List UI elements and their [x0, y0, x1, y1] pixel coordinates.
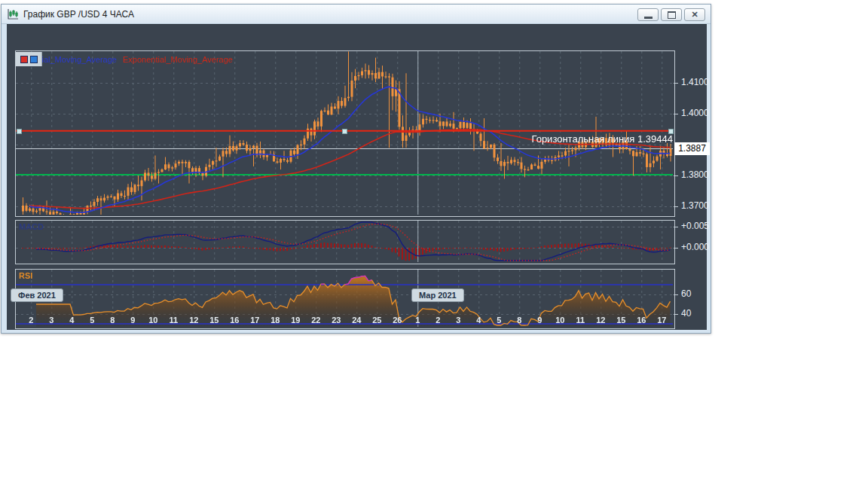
x-axis-day-label: 15: [612, 316, 630, 325]
main-chart-panel: Exponential_Moving_Average Exponential_M…: [15, 50, 675, 217]
x-axis-day-label: 12: [591, 316, 610, 325]
rsi-axis-label: 60: [681, 288, 691, 299]
current-price-box: 1.3887: [674, 142, 710, 155]
price-axis-tick: [674, 83, 678, 84]
window-titlebar[interactable]: График GBP /USD 4 ЧАСА ✕: [2, 5, 711, 24]
restore-icon: [668, 11, 676, 19]
rsi-axis-tick: [674, 314, 678, 315]
price-axis-label: 1.3800: [681, 169, 709, 180]
x-axis-day-label: 11: [164, 316, 182, 325]
desktop: График GBP /USD 4 ЧАСА ✕ Exponential_Mov…: [0, 0, 868, 488]
macd-panel: MACD: [15, 220, 675, 264]
window-controls: ✕: [635, 8, 705, 21]
rsi-axis-tick: [674, 294, 678, 295]
x-axis-day-label: 25: [368, 316, 386, 325]
x-axis-day-label: 19: [286, 316, 304, 325]
x-axis-day-label: 2: [429, 316, 447, 325]
ema-slow-swatch[interactable]: [20, 56, 28, 63]
candlestick-chart-icon: [7, 8, 19, 20]
price-axis-tick: [674, 175, 678, 176]
x-axis-day-label: 3: [449, 316, 467, 325]
x-axis-day-label: 1: [408, 316, 426, 325]
horizontal-line-tooltip: Горизонтальная линия 1.39444: [531, 133, 673, 145]
x-axis-day-label: 10: [551, 316, 569, 325]
hline-handle-left[interactable]: [17, 129, 22, 134]
x-axis-day-label: 26: [388, 316, 406, 325]
window-title: График GBP /USD 4 ЧАСА: [23, 9, 134, 20]
minimize-button[interactable]: [637, 8, 659, 21]
macd-axis-label: +0.000: [681, 242, 709, 252]
minimize-icon: [644, 17, 653, 19]
macd-axis-tick: [674, 227, 678, 227]
x-axis-day-label: 11: [571, 316, 589, 325]
x-axis-day-label: 4: [63, 316, 81, 325]
macd-axis-label: +0.005: [681, 221, 709, 231]
indicator-swatch-buttons: [16, 52, 42, 66]
price-axis-label: 1.3700: [681, 200, 709, 211]
x-axis-day-label: 17: [246, 316, 264, 325]
x-axis-day-label: 3: [42, 316, 60, 325]
month-tab-feb: Фев 2021: [11, 288, 63, 302]
price-axis-tick: [674, 206, 678, 207]
chart-window: График GBP /USD 4 ЧАСА ✕ Exponential_Mov…: [1, 4, 711, 334]
x-axis-day-label: 23: [327, 316, 345, 325]
close-icon: ✕: [691, 11, 698, 19]
ema-fast-swatch[interactable]: [30, 56, 38, 63]
rsi-label: RSI: [19, 271, 32, 280]
x-axis-day-label: 10: [144, 316, 162, 325]
x-axis-day-label: 18: [266, 316, 284, 325]
macd-label: MACD: [19, 222, 44, 231]
hline-handle-center[interactable]: [342, 129, 347, 134]
x-axis-day-label: 8: [103, 316, 121, 325]
x-axis-day-label: 8: [510, 316, 528, 325]
price-axis-tick: [674, 114, 678, 114]
macd-canvas[interactable]: [16, 221, 673, 262]
x-axis-day-label: 5: [83, 316, 101, 325]
rsi-axis-label: 40: [681, 308, 691, 319]
chart-client-area: Exponential_Moving_Average Exponential_M…: [7, 24, 707, 330]
x-axis-day-label: 9: [530, 316, 549, 325]
month-tab-mar: Мар 2021: [411, 288, 464, 302]
hline-handle-right[interactable]: [668, 129, 674, 134]
x-axis-day-label: 5: [490, 316, 508, 325]
close-button[interactable]: ✕: [684, 8, 705, 21]
x-axis-day-label: 2: [22, 316, 40, 325]
x-axis-day-label: 15: [205, 316, 223, 325]
x-axis-day-label: 16: [225, 316, 243, 325]
macd-axis-tick: [674, 248, 678, 249]
x-axis-day-label: 4: [469, 316, 487, 325]
x-axis-day-label: 12: [185, 316, 203, 325]
price-axis-label: 1.4100: [681, 77, 709, 87]
x-axis-day-label: 16: [632, 316, 650, 325]
ema-slow-legend-label: Exponential_Moving_Average: [123, 55, 233, 64]
x-axis-day-label: 22: [307, 316, 325, 325]
x-axis-day-label: 24: [347, 316, 365, 325]
x-axis-day-label: 9: [124, 316, 142, 325]
price-axis-label: 1.4000: [681, 108, 709, 118]
x-axis-day-label: 17: [653, 316, 671, 325]
restore-button[interactable]: [661, 8, 682, 21]
